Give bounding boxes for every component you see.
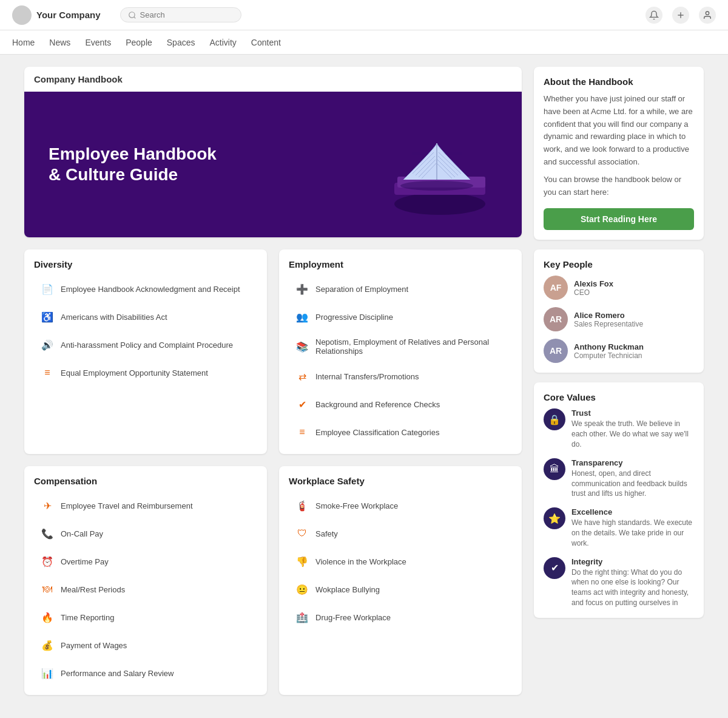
compensation-title: Compensation [34, 476, 257, 486]
avatar: AF [544, 276, 568, 300]
nav-people[interactable]: People [126, 38, 152, 47]
workplace-safety-section: Workplace Safety 🧯 Smoke-Free Workplace … [279, 466, 522, 695]
logo-area: Your Company [12, 5, 101, 25]
key-people-card: Key People AF Alexis Fox CEO AR Alice Ro… [534, 249, 704, 373]
trust-icon: 🔒 [544, 408, 565, 430]
item-label: Safety [315, 529, 338, 538]
hero-text: Employee Handbook & Culture Guide [49, 144, 217, 185]
list-item[interactable]: ⇄ Internal Transfers/Promotions [289, 364, 512, 388]
diversity-items: 📄 Employee Handbook Acknowledgment and R… [34, 277, 257, 385]
item-label: Americans with Disabilities Act [61, 313, 167, 322]
add-icon[interactable] [672, 7, 689, 24]
list-item[interactable]: 💰 Payment of Wages [34, 633, 257, 657]
item-label: Progressive Discipline [315, 313, 393, 322]
start-reading-button[interactable]: Start Reading Here [544, 208, 694, 230]
core-value-integrity: ✔ Integrity Do the right thing: What do … [544, 557, 694, 608]
item-label: Smoke-Free Workplace [315, 501, 398, 510]
page-content: Company Handbook Employee Handbook & Cul… [12, 55, 716, 707]
sections-grid: Diversity 📄 Employee Handbook Acknowledg… [24, 249, 522, 695]
handbook-section-title: Company Handbook [24, 67, 522, 92]
item-label: Equal Employment Opportunity Statement [61, 368, 208, 378]
shield-icon: 🛡 [295, 526, 309, 541]
item-label: Separation of Employment [315, 285, 408, 294]
key-person-2[interactable]: AR Alice Romero Sales Representative [544, 307, 694, 331]
list-item[interactable]: 📞 On-Call Pay [34, 521, 257, 546]
list-item[interactable]: 👥 Progressive Discipline [289, 305, 512, 329]
list-item[interactable]: ⏰ Overtime Pay [34, 549, 257, 574]
list-item[interactable]: 🛡 Safety [289, 521, 512, 546]
value-info: Excellence We have high standards. We ex… [571, 507, 694, 548]
list-item[interactable]: 🔥 Time Reporting [34, 605, 257, 629]
nav-content[interactable]: Content [251, 38, 281, 47]
value-desc: We speak the truth. We believe in each o… [571, 419, 694, 449]
compensation-section: Compensation ✈ Employee Travel and Reimb… [24, 466, 267, 695]
clock-icon: ⏰ [40, 554, 55, 569]
item-label: Employee Travel and Reimbursement [61, 501, 193, 510]
list-item[interactable]: ➕ Separation of Employment [289, 277, 512, 301]
meal-icon: 🍽 [40, 582, 55, 597]
list-item[interactable]: 👎 Violence in the Workplace [289, 549, 512, 574]
value-info: Transparency Honest, open, and direct co… [571, 458, 694, 499]
nav-events[interactable]: Events [85, 38, 111, 47]
thumbsdown-icon: 👎 [295, 554, 309, 569]
svg-point-0 [129, 12, 134, 17]
person-info: Anthony Ruckman Computer Technician [574, 342, 644, 360]
key-people-title: Key People [544, 259, 694, 269]
item-label: Internal Transfers/Promotions [315, 372, 419, 381]
nav-home[interactable]: Home [12, 38, 35, 47]
company-name: Your Company [36, 10, 101, 20]
item-label: Wokplace Bullying [315, 585, 380, 594]
right-column: About the Handbook Whether you have just… [534, 67, 704, 695]
value-desc: Honest, open, and direct communication a… [571, 469, 694, 499]
list-item[interactable]: ♿ Americans with Disabilities Act [34, 305, 257, 329]
hero-title: Employee Handbook & Culture Guide [49, 144, 217, 185]
svg-point-4 [394, 193, 485, 215]
value-name: Transparency [571, 458, 694, 467]
integrity-icon: ✔ [544, 557, 565, 579]
excellence-icon: ⭐ [544, 507, 565, 529]
list-item[interactable]: 📄 Employee Handbook Acknowledgment and R… [34, 277, 257, 301]
notifications-icon[interactable] [645, 7, 662, 24]
key-person-1[interactable]: AF Alexis Fox CEO [544, 276, 694, 300]
person-name: Anthony Ruckman [574, 342, 644, 351]
person-role: Sales Representative [574, 320, 643, 328]
list-item[interactable]: 🍽 Meal/Rest Periods [34, 577, 257, 601]
core-value-excellence: ⭐ Excellence We have high standards. We … [544, 507, 694, 548]
search-bar[interactable] [120, 7, 241, 22]
item-label: On-Call Pay [61, 529, 103, 538]
diversity-title: Diversity [34, 259, 257, 269]
list-item[interactable]: ≡ Employee Classification Categories [289, 420, 512, 444]
list-item[interactable]: 🏥 Drug-Free Workplace [289, 605, 512, 629]
chart-icon: 📊 [40, 666, 55, 680]
lines-icon: ≡ [40, 365, 55, 380]
value-info: Trust We speak the truth. We believe in … [571, 408, 694, 449]
list-item[interactable]: ≡ Equal Employment Opportunity Statement [34, 361, 257, 385]
item-label: Nepotism, Employment of Relatives and Pe… [315, 337, 506, 356]
search-input[interactable] [140, 10, 225, 19]
list-item[interactable]: 📚 Nepotism, Employment of Relatives and … [289, 333, 512, 361]
value-info: Integrity Do the right thing: What do yo… [571, 557, 694, 608]
list-item[interactable]: ✔ Background and Reference Checks [289, 392, 512, 416]
diversity-section: Diversity 📄 Employee Handbook Acknowledg… [24, 249, 267, 454]
check-icon: ✔ [295, 397, 309, 411]
list-item[interactable]: 🧯 Smoke-Free Workplace [289, 493, 512, 518]
list-item[interactable]: ✈ Employee Travel and Reimbursement [34, 493, 257, 518]
nav-news[interactable]: News [49, 38, 70, 47]
transfer-icon: ⇄ [295, 369, 309, 384]
person-name: Alice Romero [574, 311, 643, 320]
avatar: AR [544, 307, 568, 331]
key-person-3[interactable]: AR Anthony Ruckman Computer Technician [544, 339, 694, 363]
list-item[interactable]: 🔊 Anti-harassment Policy and Complaint P… [34, 333, 257, 357]
person-name: Alexis Fox [574, 279, 613, 288]
list-item[interactable]: 😐 Wokplace Bullying [289, 577, 512, 601]
core-value-transparency: 🏛 Transparency Honest, open, and direct … [544, 458, 694, 499]
nav-activity[interactable]: Activity [209, 38, 236, 47]
person-info: Alice Romero Sales Representative [574, 311, 643, 328]
person-role: Computer Technician [574, 351, 644, 360]
list-item[interactable]: 📊 Performance and Salary Review [34, 661, 257, 685]
about-title: About the Handbook [544, 76, 694, 87]
hero-card: Company Handbook Employee Handbook & Cul… [24, 67, 522, 237]
workplace-safety-items: 🧯 Smoke-Free Workplace 🛡 Safety 👎 Violen… [289, 493, 512, 629]
user-avatar-icon[interactable] [699, 7, 716, 24]
nav-spaces[interactable]: Spaces [167, 38, 195, 47]
